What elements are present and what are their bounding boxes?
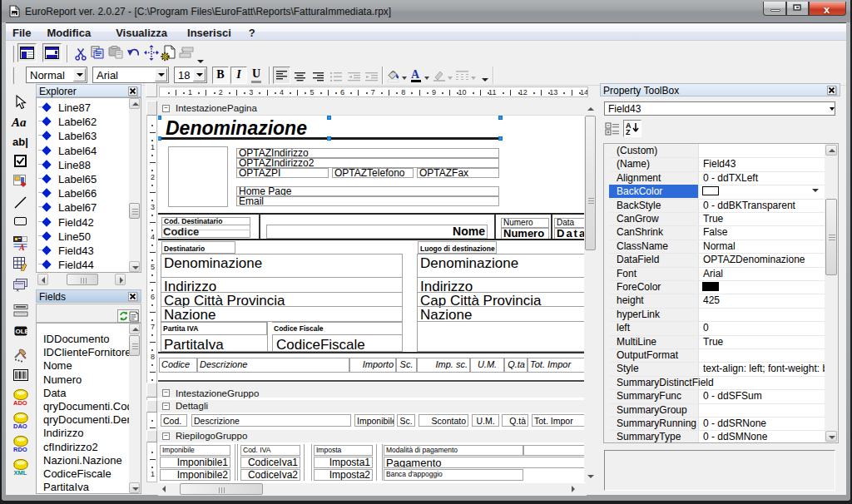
svg-text:XML: XML xyxy=(14,469,27,476)
svg-text:OLE: OLE xyxy=(16,328,28,335)
svg-text:Z: Z xyxy=(626,128,631,136)
svg-text:DAO: DAO xyxy=(13,422,27,429)
svg-text:ADO: ADO xyxy=(13,399,27,406)
svg-text:RDO: RDO xyxy=(13,446,27,452)
svg-text:A: A xyxy=(18,243,25,251)
